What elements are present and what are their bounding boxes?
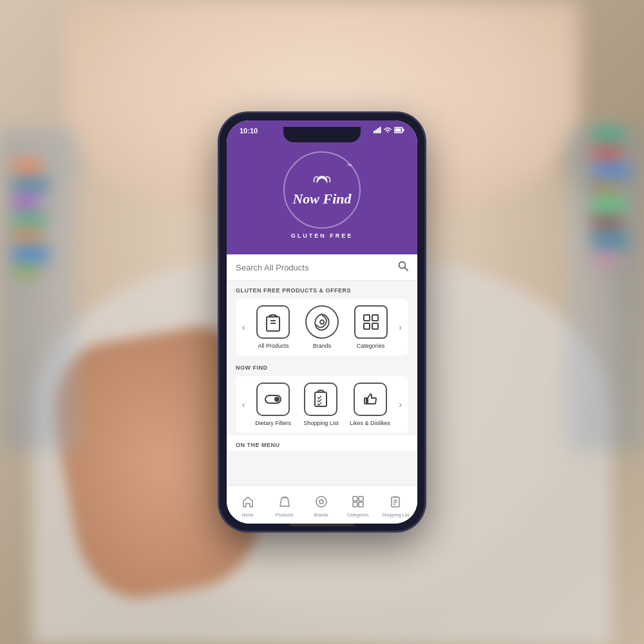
nav-products-label: Products [276, 513, 294, 517]
svg-rect-6 [395, 129, 401, 132]
home-indicator [290, 524, 354, 526]
svg-point-10 [320, 320, 324, 324]
status-icons [374, 127, 404, 135]
search-bar[interactable] [227, 254, 417, 281]
shopping-list-label: Shopping List [303, 420, 339, 426]
battery-icon [394, 127, 404, 135]
app-content: GLUTEN FREE PRODUCTS & OFFERS ‹ [227, 281, 417, 485]
gluten-free-row: ‹ [236, 299, 408, 355]
nav-home[interactable]: Home [235, 495, 261, 517]
left-arrow-products[interactable]: ‹ [238, 322, 249, 332]
nav-home-icon [242, 495, 254, 511]
left-arrow-nowfind[interactable]: ‹ [238, 399, 249, 410]
svg-point-16 [274, 397, 279, 402]
nav-brands-icon [315, 495, 328, 511]
now-find-section: NOW FIND ‹ [227, 358, 417, 435]
nowfind-icons-row: Dietary Filters [249, 383, 395, 426]
svg-rect-14 [372, 323, 378, 329]
nav-categories-icon [352, 495, 365, 511]
nav-shopping-list-icon [389, 495, 402, 511]
brands-item[interactable]: Brands [303, 305, 341, 349]
logo-tm: ™ [346, 163, 352, 169]
nav-products-icon [278, 495, 291, 511]
svg-point-19 [319, 500, 323, 504]
shopping-list-icon [304, 383, 337, 416]
logo-subtitle: GLUTEN FREE [291, 232, 354, 239]
svg-rect-21 [359, 497, 363, 501]
shelf-products-left [13, 161, 48, 277]
svg-rect-22 [353, 502, 357, 507]
nav-categories-label: Categories [347, 513, 369, 517]
gluten-free-section-title: GLUTEN FREE PRODUCTS & OFFERS [236, 287, 408, 294]
signal-icon [374, 127, 381, 135]
gluten-free-section: GLUTEN FREE PRODUCTS & OFFERS ‹ [227, 281, 417, 358]
nav-categories[interactable]: Categories [345, 495, 371, 517]
on-the-menu-title: ON THE MENU [227, 438, 417, 451]
nav-brands-label: Brands [314, 513, 328, 517]
likes-dislikes-item[interactable]: Likes & Dislikes [350, 383, 390, 426]
nav-shopping-list[interactable]: Shopping List [382, 495, 409, 517]
logo-brand-text: Now Find [292, 191, 351, 207]
app-header: Now Find ™ GLUTEN FREE [227, 141, 417, 254]
shopping-list-item[interactable]: Shopping List [301, 383, 340, 426]
svg-rect-23 [359, 502, 363, 507]
svg-rect-1 [375, 129, 377, 133]
svg-rect-13 [364, 323, 370, 329]
dietary-filters-icon [256, 383, 290, 416]
categories-label: Categories [357, 343, 385, 349]
svg-rect-0 [374, 131, 375, 133]
phone-mockup: 10:10 [219, 113, 425, 531]
phone-frame: 10:10 [219, 113, 425, 531]
likes-dislikes-icon [354, 383, 387, 416]
svg-rect-20 [353, 497, 357, 501]
nav-shopping-list-label: Shopping List [382, 513, 409, 517]
shelf-products-right [592, 129, 631, 263]
dietary-filters-item[interactable]: Dietary Filters [254, 383, 292, 426]
svg-rect-3 [379, 127, 381, 133]
nav-products[interactable]: Products [272, 495, 298, 517]
nav-brands[interactable]: Brands [308, 495, 334, 517]
categories-item[interactable]: Categories [352, 305, 390, 349]
logo-circle: Now Find ™ [283, 151, 361, 229]
phone-screen: 10:10 [227, 120, 417, 524]
bottom-navigation: Home Products [227, 485, 417, 524]
svg-rect-12 [372, 315, 378, 321]
brands-icon [305, 305, 339, 339]
brands-label: Brands [313, 343, 332, 349]
svg-point-18 [316, 497, 327, 507]
all-products-icon [256, 305, 290, 339]
all-products-item[interactable]: All Products [254, 305, 292, 349]
on-the-menu-section: ON THE MENU [227, 435, 417, 451]
dietary-filters-label: Dietary Filters [255, 420, 291, 426]
all-products-label: All Products [258, 343, 289, 349]
status-time: 10:10 [240, 127, 258, 135]
right-arrow-nowfind[interactable]: › [395, 399, 406, 410]
svg-rect-2 [377, 128, 379, 133]
svg-rect-5 [402, 129, 404, 131]
wifi-icon [384, 127, 392, 135]
now-find-section-title: NOW FIND [236, 365, 408, 371]
phone-notch [283, 127, 361, 142]
right-arrow-products[interactable]: › [395, 322, 406, 332]
categories-icon [354, 305, 388, 339]
search-input[interactable] [236, 263, 393, 272]
search-icon[interactable] [398, 261, 408, 274]
svg-line-8 [405, 268, 408, 271]
likes-dislikes-label: Likes & Dislikes [350, 420, 390, 426]
now-find-row: ‹ [236, 376, 408, 433]
svg-rect-11 [364, 315, 370, 321]
nav-home-label: Home [242, 513, 254, 517]
products-icons-row: All Products [249, 305, 395, 349]
